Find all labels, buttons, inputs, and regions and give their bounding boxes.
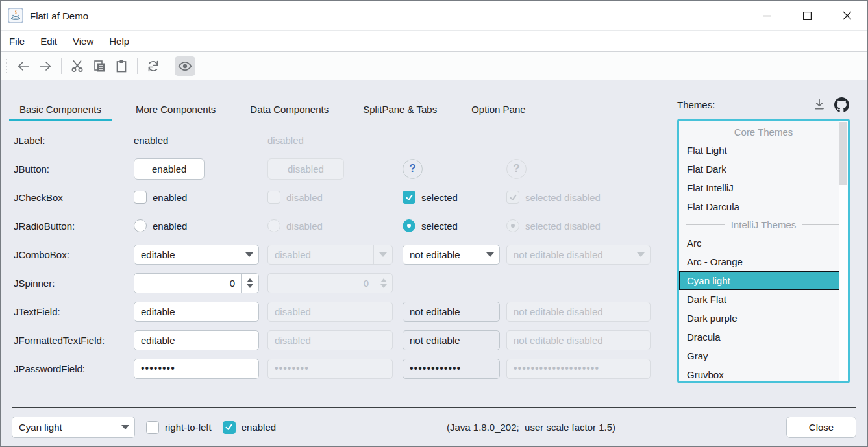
content-area: Basic Components More Components Data Co… [1, 80, 668, 407]
radio-selected[interactable]: selected [403, 219, 506, 232]
row-label: JComboBox: [14, 249, 134, 260]
row-label: JPasswordField: [14, 363, 134, 374]
theme-group-header: Core Themes [679, 123, 848, 141]
spinner-up-icon[interactable] [247, 278, 253, 282]
tab-option-pane[interactable]: Option Pane [461, 97, 536, 121]
minimize-button[interactable] [747, 1, 787, 30]
toolbar-separator [61, 58, 62, 74]
theme-selector-combobox[interactable]: Cyan light [12, 417, 135, 438]
combobox-dropdown-button[interactable] [480, 245, 499, 264]
theme-item-flat-light[interactable]: Flat Light [679, 141, 848, 160]
copy-button[interactable] [89, 56, 110, 76]
toolbar [1, 52, 867, 80]
jlabel-disabled: disabled [267, 135, 403, 146]
toolbar-grip[interactable] [6, 59, 7, 73]
combobox-dropdown-button[interactable] [116, 417, 134, 437]
checkbox-disabled: disabled [267, 191, 403, 204]
password-field-editable[interactable]: •••••••• [134, 359, 259, 379]
scrollbar-thumb[interactable] [839, 122, 847, 185]
combobox-editable[interactable]: editable [134, 245, 259, 265]
spinner-down-icon [380, 284, 387, 288]
theme-item-flat-darcula[interactable]: Flat Darcula [679, 197, 848, 216]
spinner-value[interactable]: 0 [134, 278, 241, 289]
tab-more-components[interactable]: More Components [125, 97, 226, 121]
maximize-button[interactable] [787, 1, 827, 30]
toolbar-separator [169, 58, 169, 74]
password-field-not-editable: •••••••••••• [403, 359, 500, 379]
jbutton-enabled[interactable]: enabled [134, 158, 205, 180]
themes-listbox: Core ThemesFlat LightFlat DarkFlat Intel… [677, 119, 850, 383]
formatted-field-editable[interactable]: editable [134, 330, 259, 350]
cut-button[interactable] [67, 56, 88, 76]
theme-item-dark-flat[interactable]: Dark Flat [679, 290, 848, 309]
checkbox-label: selected disabled [525, 192, 601, 203]
theme-item-flat-intellij[interactable]: Flat IntelliJ [679, 178, 848, 197]
spinner-buttons[interactable] [241, 274, 258, 293]
theme-item-gray[interactable]: Gray [679, 346, 848, 365]
chevron-down-icon [245, 252, 253, 257]
check-icon [403, 191, 415, 204]
refresh-button[interactable] [143, 56, 164, 76]
row-label: JRadioButton: [14, 221, 134, 232]
radio-label: selected disabled [525, 221, 601, 232]
theme-item-dracula[interactable]: Dracula [679, 328, 848, 346]
right-to-left-checkbox[interactable]: right-to-left [146, 421, 212, 434]
row-jlabel: JLabel: enabled disabled [14, 126, 668, 154]
theme-selector-value: Cyan light [12, 422, 116, 433]
bottom-bar: Cyan light right-to-left enabled (Java 1… [1, 407, 867, 446]
checkbox-enabled[interactable]: enabled [134, 191, 267, 204]
tab-basic-components[interactable]: Basic Components [9, 97, 112, 121]
menu-edit[interactable]: Edit [32, 31, 65, 51]
enabled-checkbox[interactable]: enabled [223, 421, 276, 434]
menu-view[interactable]: View [65, 31, 101, 51]
show-hidden-toggle[interactable] [175, 56, 195, 76]
radio-circle [267, 219, 280, 232]
radio-enabled[interactable]: enabled [134, 219, 267, 232]
close-window-button[interactable] [827, 1, 867, 30]
combobox-dropdown-button[interactable] [240, 245, 258, 264]
checkbox-box [134, 191, 147, 204]
component-grid: JLabel: enabled disabled JButton: enable… [1, 121, 668, 383]
theme-item-flat-dark[interactable]: Flat Dark [679, 160, 848, 178]
spinner-enabled[interactable]: 0 [134, 273, 259, 293]
menu-file[interactable]: File [1, 31, 32, 51]
row-label: JLabel: [14, 135, 134, 146]
tab-splitpane-tabs[interactable]: SplitPane & Tabs [353, 97, 447, 121]
close-button[interactable]: Close [786, 417, 856, 438]
formatted-field-not-editable: not editable [403, 330, 500, 350]
status-text: (Java 1.8.0_202; user scale factor 1.5) [276, 422, 786, 433]
theme-item-dark-purple[interactable]: Dark purple [679, 309, 848, 328]
theme-item-gruvbox[interactable]: Gruvbox [679, 365, 848, 383]
java-icon [8, 8, 23, 23]
theme-item-cyan-light[interactable]: Cyan light [679, 271, 848, 290]
paste-button[interactable] [111, 56, 132, 76]
tab-data-components[interactable]: Data Components [240, 97, 339, 121]
textfield-not-editable: not editable [403, 302, 500, 322]
combobox-dropdown-button [631, 245, 650, 264]
radio-label: disabled [286, 221, 323, 232]
spinner-down-icon[interactable] [247, 284, 253, 288]
help-button[interactable]: ? [403, 159, 423, 179]
theme-item-arc[interactable]: Arc [679, 234, 848, 252]
menu-help[interactable]: Help [101, 31, 137, 51]
theme-item-arc-orange[interactable]: Arc - Orange [679, 252, 848, 271]
combobox-not-editable[interactable]: not editable [403, 245, 500, 265]
download-icon[interactable] [811, 97, 828, 112]
textfield-editable[interactable]: editable [134, 302, 259, 322]
radio-label: enabled [153, 221, 187, 232]
themes-list: Core ThemesFlat LightFlat DarkFlat Intel… [679, 121, 848, 383]
checkbox-label: enabled [153, 192, 187, 203]
checkbox-selected[interactable]: selected [403, 191, 506, 204]
github-icon[interactable] [833, 97, 850, 112]
row-jcheckbox: JCheckBox enabled disabled selected [14, 183, 668, 211]
spinner-buttons [375, 274, 392, 293]
eye-icon [183, 64, 187, 67]
chevron-down-icon [379, 252, 387, 257]
combobox-disabled: disabled [267, 245, 393, 265]
back-button[interactable] [13, 56, 34, 76]
row-jradiobutton: JRadioButton: enabled disabled selected [14, 211, 668, 240]
window-title: FlatLaf Demo [30, 10, 88, 21]
forward-button[interactable] [35, 56, 56, 76]
themes-scrollbar[interactable] [839, 121, 848, 381]
themes-panel: Themes: Core ThemesFlat LightFlat DarkFl… [668, 80, 867, 407]
